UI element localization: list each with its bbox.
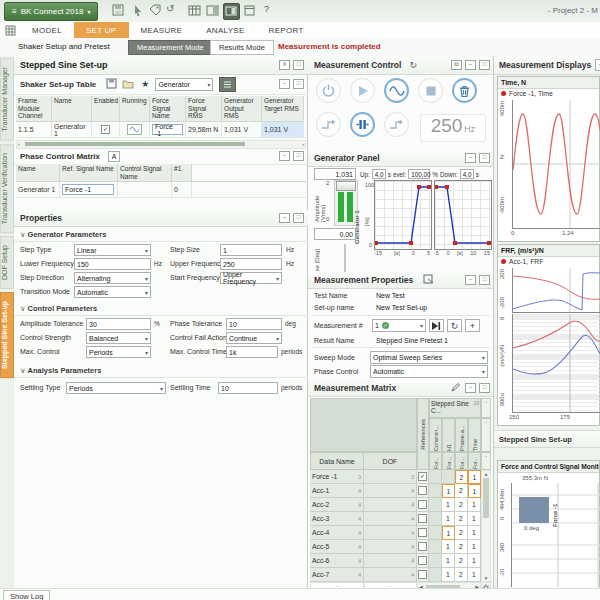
phase-value-input[interactable]: 0,00: [314, 228, 356, 240]
generator-target-cell[interactable]: 1,031 V: [262, 122, 304, 137]
column-header[interactable]: #1: [172, 164, 192, 182]
dof-cell[interactable]: 4: [364, 568, 417, 582]
dof-cell[interactable]: 4: [364, 554, 417, 568]
coherence-cell[interactable]: [429, 554, 442, 568]
max-control-select[interactable]: Periods▾: [86, 346, 151, 358]
delete-button[interactable]: [452, 78, 477, 103]
column-header[interactable]: Frame Module Channel: [16, 96, 52, 122]
ribbon-tab[interactable]: SET UP: [74, 22, 129, 38]
collapsed-column[interactable]: -: [481, 418, 491, 452]
phase-cell[interactable]: 2: [455, 526, 468, 540]
time-cell[interactable]: 1: [468, 470, 481, 484]
coherence-cell[interactable]: [429, 498, 442, 512]
save-button[interactable]: [112, 4, 125, 19]
minimize-icon[interactable]: −: [465, 383, 476, 393]
time-cell[interactable]: 1: [468, 526, 481, 540]
edit-icon[interactable]: [451, 383, 460, 394]
refresh-measurement-button[interactable]: ↻: [447, 319, 462, 332]
time-cell[interactable]: 1: [468, 498, 481, 512]
coherence-cell[interactable]: [429, 568, 442, 582]
h1-cell[interactable]: 1: [442, 540, 455, 554]
lower-frequency-input[interactable]: 150: [74, 258, 151, 270]
force-signal-cell[interactable]: Force -1: [150, 122, 186, 137]
column-header[interactable]: Generator Output RMS: [222, 96, 262, 122]
matrix-row[interactable]: Acc-64 4 1 2 1: [310, 554, 481, 568]
time-cell[interactable]: 1: [468, 512, 481, 526]
control-strength-select[interactable]: Balanced▾: [86, 332, 151, 344]
maximize-icon[interactable]: □: [479, 383, 490, 393]
reference-checkbox[interactable]: [418, 556, 427, 565]
data-name-cell[interactable]: Acc-24: [310, 498, 364, 512]
h1-cell[interactable]: 1: [442, 568, 455, 582]
app-menu-button[interactable]: ≡ BK Connect 2018 ▾: [4, 2, 98, 21]
dof-cell[interactable]: 4: [364, 526, 417, 540]
maximize-icon[interactable]: □: [293, 60, 304, 70]
column-header[interactable]: Name: [16, 164, 60, 182]
reference-cell[interactable]: [417, 484, 429, 498]
enabled-checkbox[interactable]: [101, 125, 110, 134]
coherence-cell[interactable]: [429, 470, 442, 484]
maximize-icon[interactable]: □: [479, 60, 490, 70]
upper-frequency-input[interactable]: 250: [220, 258, 282, 270]
phase-cell[interactable]: 2: [455, 540, 468, 554]
reference-cell[interactable]: [417, 568, 429, 582]
reference-cell[interactable]: [417, 526, 429, 540]
matrix-row[interactable]: Acc-14 4 1 2 1: [310, 484, 481, 498]
running-cell[interactable]: [120, 122, 150, 137]
h1-cell[interactable]: 1: [442, 498, 455, 512]
phase-cell[interactable]: 2: [455, 568, 468, 582]
phase-cell[interactable]: 2: [455, 512, 468, 526]
ribbon-tab[interactable]: REPORT: [257, 22, 316, 38]
step-size-input[interactable]: 1: [220, 244, 282, 256]
ribbon-tab[interactable]: MODEL: [20, 22, 74, 38]
coherence-cell[interactable]: [429, 526, 442, 540]
matrix-references-header[interactable]: References: [417, 398, 429, 470]
phase-cell[interactable]: 2: [455, 498, 468, 512]
scroll-right-icon[interactable]: ›: [302, 141, 304, 147]
reference-checkbox[interactable]: [418, 472, 427, 481]
time-cell[interactable]: 1: [468, 554, 481, 568]
reference-checkbox[interactable]: [418, 570, 427, 579]
reference-cell[interactable]: [417, 540, 429, 554]
ribbon-tab[interactable]: MEASURE: [129, 22, 195, 38]
column-header[interactable]: Force Signal RMS: [186, 96, 222, 122]
coherence-cell[interactable]: [429, 484, 442, 498]
column-header[interactable]: Control Signal Name: [118, 164, 172, 182]
shaker-table-row[interactable]: 1.1.5 Generator 1 Force -1 29,58m N 1,03…: [16, 122, 306, 138]
amplitude-slider-thumb[interactable]: [336, 181, 356, 191]
start-frequency-select[interactable]: Upper Frequency▾: [220, 272, 282, 284]
dof-cell[interactable]: 4: [364, 484, 417, 498]
matrix-name-header[interactable]: Data Name: [310, 452, 364, 470]
control-params-section[interactable]: ∨ Control Parameters: [14, 302, 308, 316]
control-fail-action-select[interactable]: Continue▾: [226, 332, 282, 344]
sweep-mode-select[interactable]: Optimal Sweep Series▾: [370, 351, 488, 364]
enabled-cell[interactable]: [92, 122, 120, 137]
add-measurement-button[interactable]: +: [465, 319, 480, 332]
start-button[interactable]: [350, 78, 375, 103]
reference-checkbox[interactable]: [418, 486, 427, 495]
tag-button[interactable]: [149, 4, 162, 19]
phase-value-cell[interactable]: 0: [172, 182, 192, 197]
dof-cell[interactable]: 3: [364, 470, 417, 484]
phase-cell[interactable]: 2: [455, 554, 468, 568]
column-header[interactable]: Enabled: [92, 96, 120, 122]
dof-cell[interactable]: 4: [364, 512, 417, 526]
reference-cell[interactable]: [417, 554, 429, 568]
matrix-row[interactable]: Acc-74 4 1 2 1: [310, 568, 481, 582]
time-cell[interactable]: 1: [468, 484, 481, 498]
matrix-vscrollbar[interactable]: ▲ ▼: [481, 470, 491, 582]
export-icon[interactable]: [423, 274, 434, 286]
layout-grid-button[interactable]: [188, 4, 201, 19]
data-name-cell[interactable]: Force -13: [310, 470, 364, 484]
matrix-col-time[interactable]: Time: [468, 418, 481, 452]
minimize-icon[interactable]: −: [465, 60, 476, 70]
scroll-down-icon[interactable]: ▼: [482, 575, 490, 581]
data-name-cell[interactable]: Acc-74: [310, 568, 364, 582]
amplitude-tolerance-input[interactable]: 30: [86, 318, 151, 330]
h1-cell[interactable]: 1: [442, 526, 455, 540]
matrix-row[interactable]: Acc-54 4 1 2 1: [310, 540, 481, 554]
collapsed-column[interactable]: -: [481, 452, 491, 470]
power-button[interactable]: [316, 78, 341, 103]
data-name-cell[interactable]: Acc-54: [310, 540, 364, 554]
matrix-col-h1[interactable]: H1: [442, 418, 455, 452]
